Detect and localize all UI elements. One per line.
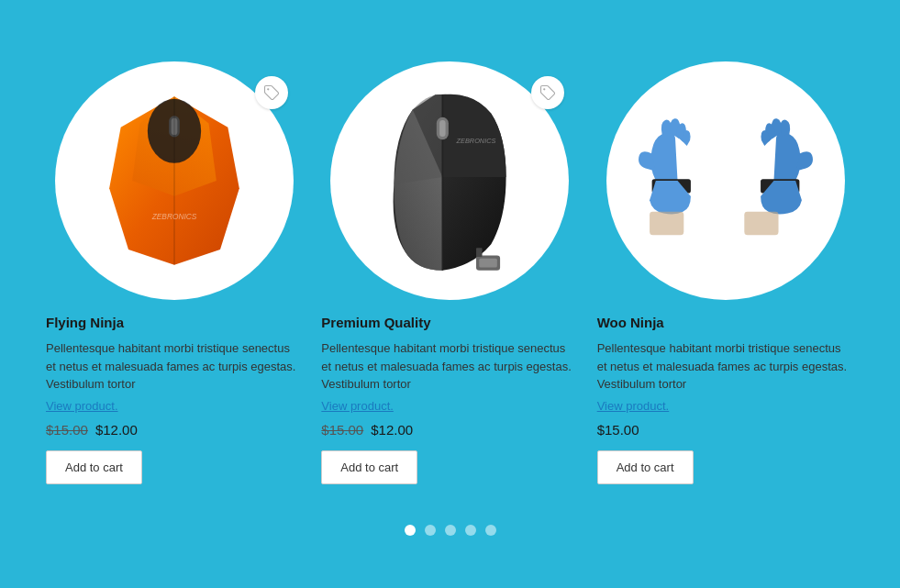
carousel-dot-4[interactable] [465, 525, 476, 536]
product-title-3: Woo Ninja [597, 315, 664, 330]
gloves-image [625, 103, 827, 259]
tag-icon-1 [255, 76, 288, 109]
view-product-link-3[interactable]: View product. [597, 399, 670, 413]
price-sale-1: $12.00 [95, 422, 138, 438]
tag-svg-1 [263, 84, 280, 101]
product-title-2: Premium Quality [321, 315, 430, 330]
svg-point-7 [267, 88, 269, 90]
carousel-dot-2[interactable] [425, 525, 436, 536]
product-description-3: Pellentesque habitant morbi tristique se… [597, 339, 854, 394]
tag-svg-2 [539, 84, 556, 101]
price-sale-2: $12.00 [371, 422, 413, 438]
price-container-2: $15.00 $12.00 [321, 422, 413, 438]
tag-icon-2 [531, 76, 564, 109]
add-to-cart-button-1[interactable]: Add to cart [46, 450, 142, 484]
product-image-wrapper-3 [597, 61, 854, 300]
products-section: ZEBRONICS Flying Ninja Pellentesque habi… [18, 43, 882, 545]
svg-rect-19 [744, 212, 778, 235]
black-mouse-image: ZEBRONICS [365, 80, 535, 282]
svg-text:ZEBRONICS: ZEBRONICS [151, 212, 197, 221]
product-image-wrapper-1: ZEBRONICS [46, 61, 303, 300]
product-image-circle-3 [606, 61, 845, 300]
svg-rect-10 [439, 120, 446, 137]
product-description-1: Pellentesque habitant morbi tristique se… [46, 339, 303, 394]
orange-mouse-image: ZEBRONICS [96, 89, 252, 272]
carousel-dot-5[interactable] [485, 525, 496, 536]
product-card-flying-ninja: ZEBRONICS Flying Ninja Pellentesque habi… [46, 61, 303, 484]
price-original-1: $15.00 [46, 422, 88, 438]
carousel-dot-3[interactable] [445, 525, 456, 536]
add-to-cart-button-2[interactable]: Add to cart [321, 450, 417, 484]
product-card-woo-ninja: Woo Ninja Pellentesque habitant morbi tr… [597, 61, 854, 484]
add-to-cart-button-3[interactable]: Add to cart [597, 450, 694, 484]
product-title-1: Flying Ninja [46, 315, 124, 330]
price-original-2: $15.00 [321, 422, 363, 438]
product-description-2: Pellentesque habitant morbi tristique se… [321, 339, 578, 394]
products-grid: ZEBRONICS Flying Ninja Pellentesque habi… [18, 43, 882, 503]
svg-text:ZEBRONICS: ZEBRONICS [456, 138, 496, 146]
view-product-link-1[interactable]: View product. [46, 399, 118, 413]
carousel-dot-1[interactable] [405, 525, 416, 536]
price-container-1: $15.00 $12.00 [46, 422, 138, 438]
price-single-3: $15.00 [597, 422, 639, 438]
product-image-wrapper-2: ZEBRONICS [321, 61, 578, 300]
price-container-3: $15.00 [597, 422, 639, 438]
svg-rect-18 [650, 212, 683, 235]
product-card-premium-quality: ZEBRONICS Premium Quality Pellentesque h… [321, 61, 578, 484]
view-product-link-2[interactable]: View product. [321, 399, 394, 413]
carousel-dots [18, 525, 882, 536]
svg-rect-13 [479, 259, 497, 268]
svg-rect-14 [476, 249, 483, 258]
svg-point-15 [543, 88, 545, 90]
